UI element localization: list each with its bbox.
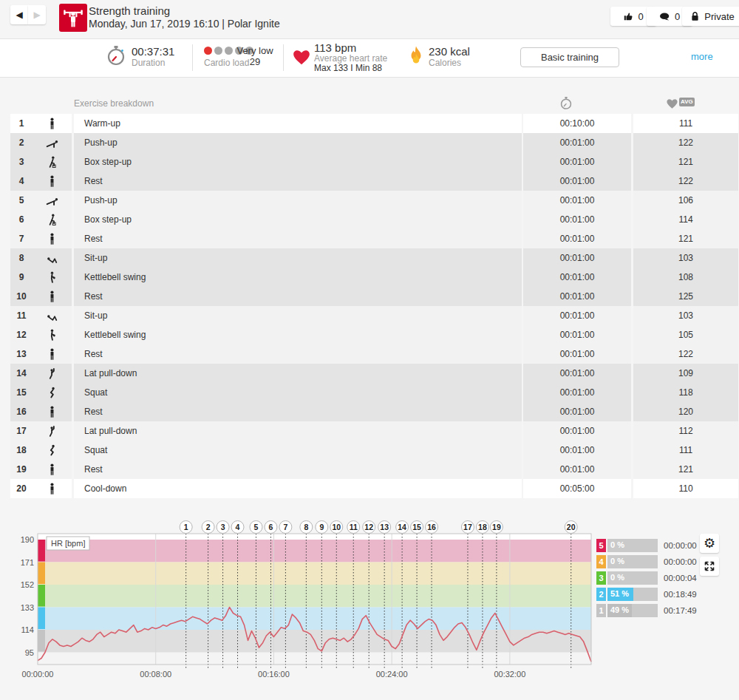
exercise-name-cell: Warm-up — [74, 114, 522, 133]
exercise-index-cell: 17 — [10, 421, 72, 441]
exercise-duration-cell: 00:01:00 — [523, 441, 631, 460]
zone-percent-label: 0 % — [610, 540, 624, 549]
exercise-marker-number: 8 — [304, 523, 308, 531]
stats-divider — [192, 44, 193, 71]
band-above-zones — [38, 534, 591, 540]
exercise-duration-cell: 00:01:00 — [523, 133, 631, 152]
exercise-avg-hr-cell: 112 — [633, 421, 738, 441]
exercise-duration-cell: 00:01:00 — [523, 191, 631, 210]
prev-session-button[interactable]: ◀ — [10, 5, 28, 24]
training-benefit-button[interactable]: Basic training — [520, 47, 619, 67]
x-tick-label: 00:32:00 — [494, 670, 525, 679]
x-tick-label: 00:00:00 — [22, 670, 54, 679]
exercise-number: 7 — [10, 234, 33, 244]
x-tick-label: 00:24:00 — [376, 670, 408, 679]
privacy-label: Private — [704, 11, 734, 22]
exercise-row: 7Rest00:01:00121 — [10, 229, 728, 248]
exercise-avg-hr-cell: 110 — [633, 479, 738, 498]
exercise-avg-hr-cell: 121 — [633, 460, 738, 479]
hr-chart-section: 1901711521331149500:00:0000:08:0000:16:0… — [0, 517, 739, 700]
exercise-number: 5 — [10, 195, 33, 205]
zone-number: 5 — [596, 539, 606, 552]
next-session-button[interactable]: ▶ — [28, 5, 46, 24]
hr-zone-strip-3 — [38, 585, 45, 607]
person-standing-icon — [33, 290, 72, 304]
zone-time-label: 00:00:00 — [664, 541, 697, 550]
kettlebell-swing-icon — [33, 271, 72, 285]
person-standing-icon — [33, 174, 72, 188]
hr-zone-band-5 — [38, 540, 591, 563]
avg-hr-value: 113 bpm — [314, 41, 356, 54]
y-tick-label: 133 — [21, 603, 34, 612]
zone-percent-bar: 0 % — [607, 555, 658, 568]
exercise-marker-number: 17 — [463, 523, 472, 531]
exercise-avg-hr-cell: 122 — [633, 133, 738, 152]
exercise-row: 6Box step-up00:01:00114 — [10, 210, 728, 229]
exercise-index-cell: 2 — [10, 133, 72, 152]
exercise-name-cell: Push-up — [74, 191, 522, 210]
exercise-row: 10Rest00:01:00125 — [10, 287, 728, 306]
exercise-index-cell: 11 — [10, 306, 72, 325]
avg-hr-column-icon: AVG — [666, 98, 695, 109]
comment-count: 0 — [675, 11, 680, 22]
exercise-avg-hr-cell: 118 — [633, 383, 738, 402]
person-standing-icon — [33, 232, 72, 246]
expand-icon — [704, 561, 715, 571]
zone-number: 3 — [596, 571, 606, 585]
exercise-marker-number: 2 — [206, 523, 211, 531]
exercise-marker-number: 7 — [283, 523, 287, 531]
exercise-avg-hr-cell: 111 — [633, 441, 738, 460]
exercise-marker-number: 19 — [492, 523, 501, 531]
calories-value: 230 kcal — [429, 45, 470, 58]
exercise-duration-cell: 00:01:00 — [523, 268, 631, 287]
zone-number: 4 — [596, 555, 606, 568]
exercise-number: 6 — [10, 214, 33, 225]
exercise-avg-hr-cell: 121 — [633, 152, 738, 171]
exercise-number: 13 — [10, 349, 33, 359]
squat-icon — [33, 386, 72, 400]
x-tick-label: 00:16:00 — [258, 670, 290, 679]
exercise-row: 9Kettlebell swing00:01:00108 — [10, 268, 728, 287]
zone-percent-bar: 0 % — [607, 539, 658, 552]
exercise-avg-hr-cell: 111 — [633, 114, 738, 133]
sit-up-icon — [33, 251, 72, 265]
exercise-number: 9 — [10, 272, 33, 282]
person-standing-icon — [33, 347, 72, 361]
exercise-number: 17 — [10, 426, 33, 436]
cardio-dot-active — [204, 47, 212, 55]
exercise-index-cell: 18 — [10, 441, 72, 460]
exercise-row: 19Rest00:01:00121 — [10, 460, 728, 479]
exercise-row: 20Cool-down00:05:00110 — [10, 479, 728, 498]
chart-expand-button[interactable] — [700, 557, 719, 576]
zone-number: 2 — [596, 588, 606, 601]
duration-column-icon — [559, 96, 573, 114]
exercise-marker-number: 9 — [319, 523, 324, 531]
chart-settings-button[interactable]: ⚙ — [700, 534, 719, 553]
exercise-duration-cell: 00:01:00 — [523, 421, 631, 441]
exercise-duration-cell: 00:01:00 — [523, 171, 631, 191]
privacy-button[interactable]: Private — [682, 7, 739, 26]
exercise-avg-hr-cell: 103 — [633, 248, 738, 268]
strength-training-icon — [59, 4, 87, 32]
exercise-marker-number: 5 — [254, 523, 259, 531]
exercise-number: 18 — [10, 445, 33, 455]
y-tick-label: 152 — [21, 580, 34, 589]
exercise-name-cell: Kettlebell swing — [74, 268, 522, 287]
heart-gray-icon — [666, 98, 678, 109]
exercise-marker-number: 3 — [221, 523, 225, 531]
exercise-name-cell: Sit-up — [74, 248, 522, 268]
page-title: Strength training — [89, 4, 170, 17]
exercise-index-cell: 1 — [10, 114, 72, 133]
exercise-avg-hr-cell: 120 — [633, 402, 738, 421]
hr-zone-strip-4 — [38, 563, 45, 585]
more-link[interactable]: more — [691, 51, 713, 62]
push-up-icon — [33, 194, 72, 208]
exercise-avg-hr-cell: 121 — [633, 229, 738, 248]
exercise-index-cell: 12 — [10, 325, 72, 344]
exercise-duration-cell: 00:01:00 — [523, 287, 631, 306]
gear-icon: ⚙ — [704, 535, 715, 551]
hr-zone-band-4 — [38, 563, 591, 585]
exercise-row: 12Kettlebell swing00:01:00105 — [10, 325, 728, 344]
exercise-avg-hr-cell: 108 — [633, 268, 738, 287]
exercise-row: 1Warm-up00:10:00111 — [10, 114, 728, 133]
